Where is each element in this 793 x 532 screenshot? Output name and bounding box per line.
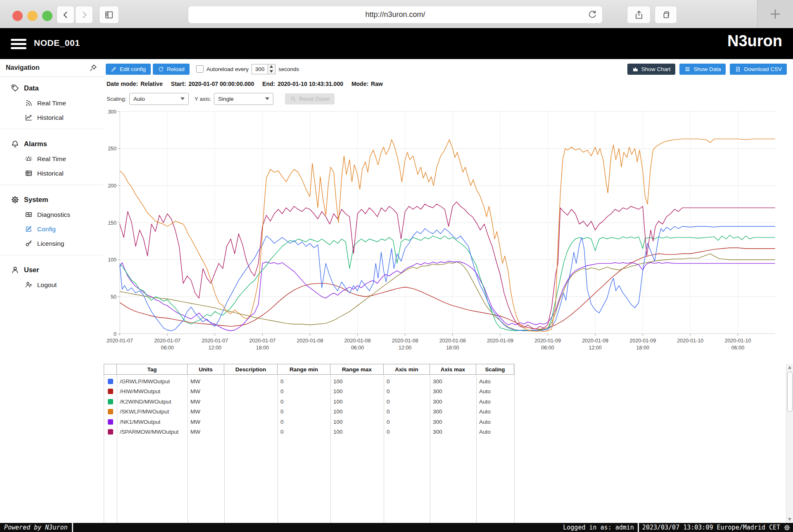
table-header-Range min: Range min bbox=[278, 364, 330, 375]
table-cell: 300 bbox=[430, 399, 476, 405]
browser-sidebar-toggle-button[interactable] bbox=[99, 6, 119, 24]
scrollbar-thumb[interactable] bbox=[787, 372, 793, 412]
sidebar-item-system-diagnostics[interactable]: Diagnostics bbox=[0, 207, 103, 222]
x-tick-label: 2020-01-07 bbox=[154, 338, 180, 344]
browser-tabs-button[interactable] bbox=[655, 6, 677, 24]
x-tick-label: 12:00 bbox=[399, 345, 411, 351]
table-row[interactable]: /K2WIND/MWOutputMW01000300Auto bbox=[104, 397, 786, 407]
scroll-down-icon[interactable] bbox=[788, 518, 791, 521]
browser-back-button[interactable] bbox=[57, 6, 74, 24]
sidebar-item-data-historical[interactable]: Historical bbox=[0, 110, 103, 125]
series-color-swatch bbox=[104, 409, 117, 414]
scroll-up-icon[interactable] bbox=[788, 366, 791, 369]
table-cell: 100 bbox=[330, 399, 384, 405]
table-cell: 0 bbox=[278, 419, 330, 425]
table-row[interactable]: /SPARMOW/MWOutputMW01000300Auto bbox=[104, 427, 786, 437]
table-cell: Auto bbox=[476, 408, 514, 415]
chart-line-icon bbox=[25, 114, 33, 121]
scaling-select[interactable]: Auto bbox=[129, 93, 189, 105]
x-tick-label: 2020-01-07 bbox=[107, 338, 133, 344]
y-tick-label: 150 bbox=[108, 220, 116, 226]
window-close-button[interactable] bbox=[12, 11, 23, 21]
table-cell: Auto bbox=[476, 429, 514, 435]
browser-forward-button[interactable] bbox=[75, 6, 93, 24]
show-chart-button[interactable]: Show Chart bbox=[627, 64, 676, 75]
table-row[interactable]: /SKWLP/MWOutputMW01000300Auto bbox=[104, 407, 786, 417]
table-row[interactable]: /HIW/MWOutputMW01000300Auto bbox=[104, 387, 786, 397]
table-header-Description: Description bbox=[224, 364, 278, 375]
table-cell: 0 bbox=[278, 408, 330, 415]
sidebar-item-system-config[interactable]: Config bbox=[0, 222, 103, 236]
sidebar-group-label: User bbox=[24, 266, 39, 274]
x-tick-label: 12:00 bbox=[209, 345, 221, 351]
x-tick-label: 2020-01-09 bbox=[629, 338, 656, 344]
x-tick-label: 2020-01-09 bbox=[534, 338, 561, 344]
table-cell: 100 bbox=[330, 419, 384, 425]
browser-new-tab-button[interactable] bbox=[757, 0, 793, 28]
series-color-swatch bbox=[104, 389, 117, 394]
sidebar-item-system-licensing[interactable]: Licensing bbox=[0, 236, 103, 251]
x-tick-label: 12:00 bbox=[589, 345, 601, 351]
sidebar-group-user: User bbox=[0, 262, 103, 278]
autoreload-stepper[interactable] bbox=[268, 64, 275, 74]
trend-chart[interactable]: 0501001502002503002020-01-072020-01-0706… bbox=[103, 104, 793, 352]
url-bar[interactable]: http://n3uron.com/ bbox=[188, 6, 603, 24]
table-cell: 0 bbox=[384, 419, 430, 425]
reload-button[interactable]: Reload bbox=[153, 64, 190, 75]
gear-icon bbox=[11, 195, 19, 204]
table-header-Scaling: Scaling bbox=[476, 364, 514, 375]
status-bar: Powered by N3uron Logged in as: admin 20… bbox=[0, 523, 793, 532]
table-cell: Auto bbox=[476, 399, 514, 405]
autoreload-unit-label: seconds bbox=[278, 66, 299, 72]
settings-gear-icon[interactable] bbox=[784, 524, 791, 531]
autoreload-seconds-input[interactable]: 300 bbox=[252, 64, 268, 74]
x-tick-label: 06:00 bbox=[541, 345, 554, 351]
table-cell: Auto bbox=[476, 419, 514, 425]
table-cell: 0 bbox=[278, 429, 330, 435]
sidebar-item-alarms-historical[interactable]: Historical bbox=[0, 166, 103, 180]
pin-sidebar-button[interactable] bbox=[89, 64, 97, 72]
sidebar-item-data-realtime[interactable]: Real Time bbox=[0, 96, 103, 110]
yaxis-select[interactable]: Single bbox=[214, 93, 273, 105]
table-cell: MW bbox=[188, 378, 224, 385]
browser-share-button[interactable] bbox=[627, 6, 651, 24]
sidebar-item-user-logout[interactable]: Logout bbox=[0, 278, 103, 292]
window-zoom-button[interactable] bbox=[42, 11, 52, 21]
stepper-up-icon[interactable] bbox=[270, 65, 273, 68]
share-icon bbox=[634, 10, 644, 20]
x-tick-label: 2020-01-08 bbox=[392, 338, 418, 344]
show-data-button[interactable]: Show Data bbox=[679, 64, 726, 75]
bell-icon bbox=[11, 140, 19, 148]
table-cell: 300 bbox=[430, 429, 476, 435]
table-cell: MW bbox=[188, 399, 224, 405]
sidebar-group-label: System bbox=[24, 196, 48, 204]
browser-chrome: http://n3uron.com/ bbox=[0, 0, 793, 28]
app-header: NODE_001 N3uron bbox=[0, 28, 793, 59]
user-icon bbox=[11, 266, 19, 274]
reset-zoom-button[interactable]: Reset Zoom bbox=[285, 93, 335, 104]
table-row[interactable]: /NK1/MWOutputMW01000300Auto bbox=[104, 417, 786, 427]
download-csv-button[interactable]: Download CSV bbox=[730, 64, 787, 75]
x-tick-label: 2020-01-07 bbox=[249, 338, 275, 344]
edit-config-button[interactable]: Edit config bbox=[106, 64, 151, 75]
node-name: NODE_001 bbox=[34, 38, 80, 48]
table-cell: 0 bbox=[384, 429, 430, 435]
table-row[interactable]: /GRWLP/MWOutputMW01000300Auto bbox=[104, 376, 786, 387]
stepper-down-icon[interactable] bbox=[270, 70, 273, 73]
query-info-line: Date mode:Relative Start:2020-01-07 00:0… bbox=[107, 81, 385, 87]
x-tick-label: 2020-01-09 bbox=[487, 338, 513, 344]
window-minimize-button[interactable] bbox=[27, 11, 38, 21]
sidebar-item-alarms-realtime[interactable]: Real Time bbox=[0, 152, 103, 166]
page-reload-button[interactable] bbox=[587, 10, 597, 19]
area-chart-icon bbox=[632, 66, 639, 72]
reload-icon bbox=[587, 10, 597, 19]
table-cell: Auto bbox=[476, 388, 514, 394]
x-tick-label: 2020-01-08 bbox=[439, 338, 466, 344]
hamburger-menu-button[interactable] bbox=[11, 39, 26, 51]
table-cell: 100 bbox=[330, 408, 384, 415]
table-scrollbar[interactable] bbox=[786, 364, 793, 523]
autoreload-label: Autoreload every bbox=[207, 66, 249, 72]
table-cell: 0 bbox=[278, 388, 330, 394]
autoreload-checkbox[interactable] bbox=[196, 65, 204, 73]
table-cell: 0 bbox=[384, 399, 430, 405]
